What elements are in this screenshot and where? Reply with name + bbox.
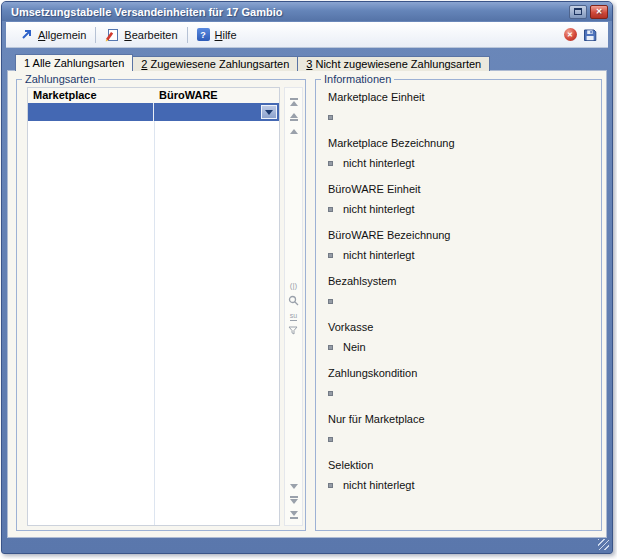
bullet-icon: [328, 253, 333, 258]
info-item-bezahlsystem: Bezahlsystem: [328, 274, 593, 307]
arrow-up-right-icon: [20, 28, 33, 41]
move-up-button[interactable]: [285, 129, 302, 134]
allgemein-button[interactable]: Allgemein: [14, 26, 92, 43]
info-list: Marketplace Einheit Marketplace Bezeichn…: [328, 90, 593, 504]
close-icon: ✕: [596, 8, 603, 16]
info-item-zahlungskondition: Zahlungskondition: [328, 366, 593, 399]
zahlungsarten-table: Marketplace BüroWARE: [27, 87, 280, 526]
cell-buroware[interactable]: [154, 103, 279, 121]
table-toolstrip: (|) su: [284, 87, 303, 526]
hilfe-button[interactable]: ? Hilfe: [191, 26, 243, 43]
bullet-icon: [328, 299, 333, 304]
tab-bar: 1 Alle Zahlungsarten 2 Zugewiesene Zahlu…: [15, 54, 489, 71]
maximize-icon: [574, 8, 582, 15]
zahlungsarten-group-label: Zahlungsarten: [22, 72, 98, 86]
search-button[interactable]: [285, 295, 302, 306]
toolbar-separator: [187, 27, 188, 43]
toolbar-separator: [95, 27, 96, 43]
page-down-button[interactable]: [285, 496, 302, 504]
content-panel: Zahlungsarten Marketplace BüroWARE: [7, 70, 607, 538]
bullet-icon: [328, 115, 333, 120]
maximize-button[interactable]: [569, 5, 587, 19]
help-icon: ?: [197, 28, 210, 41]
tab-zugewiesene-zahlungsarten[interactable]: 2 Zugewiesene Zahlungsarten: [132, 56, 298, 71]
dialog-window: Umsetzungstabelle Versandeinheiten für 1…: [1, 1, 613, 554]
cancel-icon: ✕: [564, 28, 577, 41]
edit-document-icon: [105, 28, 119, 42]
scroll-to-bottom-button[interactable]: [285, 511, 302, 519]
info-item-marketplace-bezeichnung: Marketplace Bezeichnung nicht hinterlegt: [328, 136, 593, 169]
info-item-vorkasse: Vorkasse Nein: [328, 320, 593, 353]
bullet-icon: [328, 437, 333, 442]
table-header: Marketplace BüroWARE: [28, 88, 279, 103]
close-button[interactable]: ✕: [590, 5, 608, 19]
search-icon: [288, 295, 299, 306]
filter-button[interactable]: [285, 326, 302, 336]
titlebar[interactable]: Umsetzungstabelle Versandeinheiten für 1…: [2, 2, 612, 21]
tab-nicht-zugewiesene-zahlungsarten[interactable]: 3 Nicht zugewiesene Zahlungsarten: [297, 56, 490, 71]
move-down-button[interactable]: [285, 484, 302, 489]
buroware-dropdown-button[interactable]: [261, 105, 277, 119]
bullet-icon: [328, 345, 333, 350]
zahlungsarten-groupbox: Zahlungsarten Marketplace BüroWARE: [16, 79, 306, 531]
bullet-icon: [328, 483, 333, 488]
bullet-icon: [328, 207, 333, 212]
bullet-icon: [328, 391, 333, 396]
info-item-buroware-bezeichnung: BüroWARE Bezeichnung nicht hinterlegt: [328, 228, 593, 261]
bullet-icon: [328, 161, 333, 166]
page-up-button[interactable]: [285, 113, 302, 121]
sum-button[interactable]: su: [285, 312, 302, 321]
column-header-marketplace[interactable]: Marketplace: [28, 88, 154, 103]
info-item-selektion: Selektion nicht hinterlegt: [328, 458, 593, 491]
table-row-selected[interactable]: [28, 103, 279, 121]
info-item-buroware-einheit: BüroWARE Einheit nicht hinterlegt: [328, 182, 593, 215]
toolbar: Allgemein Bearbeiten ? Hilfe ✕: [6, 22, 608, 48]
scroll-to-top-button[interactable]: [285, 98, 302, 106]
cancel-button[interactable]: ✕: [560, 26, 580, 44]
informationen-group-label: Informationen: [321, 72, 394, 86]
columns-button[interactable]: (|): [285, 281, 302, 290]
tab-alle-zahlungsarten[interactable]: 1 Alle Zahlungsarten: [15, 54, 133, 71]
info-item-nur-fuer-marketplace: Nur für Marketplace: [328, 412, 593, 445]
chevron-down-icon: [265, 110, 273, 115]
resize-grip[interactable]: [598, 539, 609, 550]
cell-marketplace[interactable]: [28, 103, 154, 121]
window-title: Umsetzungstabelle Versandeinheiten für 1…: [11, 6, 282, 18]
info-item-marketplace-einheit: Marketplace Einheit: [328, 90, 593, 123]
allgemein-label: Allgemein: [38, 29, 86, 41]
hilfe-label: Hilfe: [215, 29, 237, 41]
save-button[interactable]: [580, 26, 600, 44]
column-divider: [154, 103, 155, 525]
column-header-buroware[interactable]: BüroWARE: [154, 88, 279, 103]
filter-icon: [288, 326, 299, 336]
bearbeiten-label: Bearbeiten: [124, 29, 177, 41]
informationen-groupbox: Informationen Marketplace Einheit Market…: [315, 79, 602, 531]
save-disk-icon: [583, 28, 597, 42]
bearbeiten-button[interactable]: Bearbeiten: [99, 26, 183, 44]
